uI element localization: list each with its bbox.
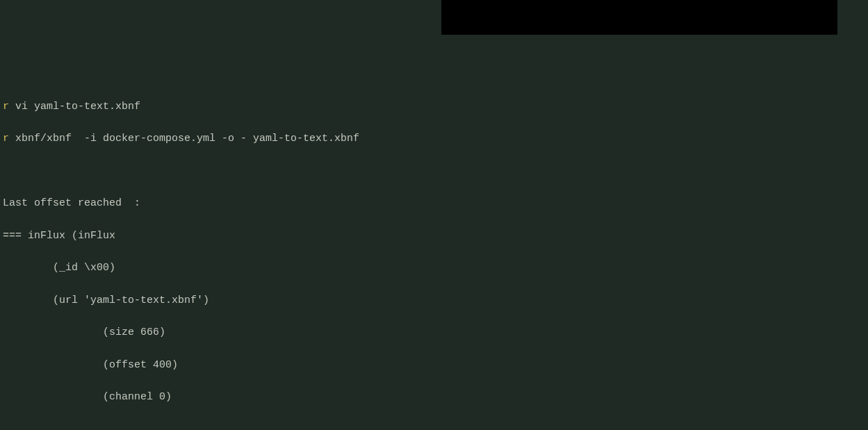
output-influx: === inFlux (inFlux: [3, 228, 865, 244]
command-text: xbnf/xbnf -i docker-compose.yml -o - yam…: [9, 133, 359, 144]
command-line-1: r vi yaml-to-text.xbnf: [3, 99, 865, 115]
output-url: (url 'yaml-to-text.xbnf'): [3, 292, 865, 308]
output-header: Last offset reached :: [3, 195, 865, 211]
output-id: (_id \x00): [3, 260, 865, 276]
redaction-block: [441, 0, 837, 35]
command-line-2: r xbnf/xbnf -i docker-compose.yml -o - y…: [3, 131, 865, 147]
prompt-char: r: [3, 133, 9, 144]
output-size: (size 666): [3, 324, 865, 340]
prompt-char: r: [3, 101, 9, 113]
output-offset: (offset 400): [3, 357, 865, 373]
output-channel: (channel 0): [3, 389, 865, 405]
command-text: vi yaml-to-text.xbnf: [9, 101, 140, 113]
